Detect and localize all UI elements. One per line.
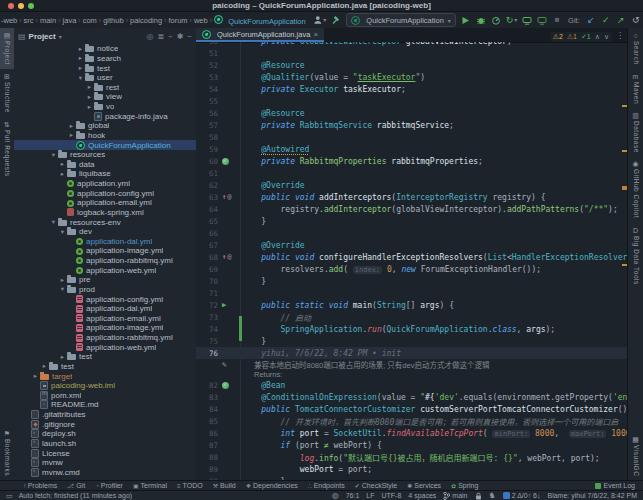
coverage-button[interactable]: ↻▾ [506,14,517,26]
breadcrumb-item[interactable]: src [23,16,35,25]
tree-item[interactable]: application-email.yml [14,198,196,208]
code-line[interactable]: 51 [196,47,628,59]
tree-item[interactable]: launch.sh [14,439,196,449]
code-line[interactable]: 87 if (port ≠ webPort) { [196,439,628,451]
tree-chevron-icon[interactable]: ▸ [40,362,49,370]
commit-button[interactable]: ✓ [601,14,611,26]
code-text[interactable]: if (port ≠ webPort) { [242,441,382,450]
tab-options-icon[interactable]: ⋮ [612,28,628,42]
inspection-widget[interactable]: ⚠2 ⚠1 ✓1 ∧ ∨ [550,32,612,42]
code-line[interactable]: 65 } [196,215,628,227]
code-text[interactable]: private GlobalViewInterceptor globalView… [242,42,512,46]
code-text[interactable]: Returns: [242,370,282,379]
code-text[interactable]: @Bean [242,381,285,390]
tool-window-button-todo[interactable]: ≡TODO [177,482,203,489]
line-number[interactable]: 59 [196,145,220,154]
code-text[interactable]: } [242,277,266,286]
line-number[interactable]: 73 [196,313,220,322]
tree-item[interactable]: mvnw.cmd [14,468,196,478]
code-text[interactable]: log.info("默认端口号{}被占用，随机启用新端口号: {}", webP… [242,452,600,463]
line-number[interactable]: 65 [196,217,220,226]
code-text[interactable]: public static void main(String[] args) { [242,301,454,310]
tree-item[interactable]: ▸test [14,362,196,372]
code-text[interactable]: @Autowired [242,145,309,154]
breadcrumb-item[interactable]: main [39,16,57,25]
tree-item[interactable]: ▾resources-env [14,217,196,227]
build-hammer-button[interactable] [331,14,341,26]
tree-item[interactable]: ▾prod [14,285,196,295]
stop-button[interactable]: ■ [552,14,562,26]
profiler-button[interactable] [491,14,501,26]
tree-item[interactable]: QuickForumApplication [14,140,196,150]
tree-chevron-icon[interactable]: ▸ [76,64,85,72]
line-number[interactable]: 64 [196,205,220,214]
code-line[interactable]: 58 [196,131,628,143]
tree-item[interactable]: application-dal.yml [14,237,196,247]
tree-chevron-icon[interactable]: ▸ [76,54,85,62]
code-line[interactable]: 86 int port = SocketUtil.findAvailableTc… [196,427,628,439]
push-button[interactable]: ↗ [616,14,626,26]
code-line[interactable]: 59 @Autowired [196,143,628,155]
tree-item[interactable]: package-info.java [14,111,196,121]
stripe-item-bookmarks[interactable]: ⚑Bookmarks [0,426,14,480]
run-configuration-select[interactable]: QuickForumApplication▾ [346,13,456,27]
tree-chevron-icon[interactable]: ▾ [58,285,67,293]
line-number[interactable]: 54 [196,85,220,94]
code-line[interactable]: 88 log.info("默认端口号{}被占用，随机启用新端口号: {}", w… [196,451,628,463]
user-dropdown[interactable]: ▾ [313,14,327,26]
breadcrumb-item[interactable]: java [62,16,78,25]
line-number[interactable]: 67 [196,241,220,250]
code-line[interactable]: 55 [196,95,628,107]
expand-settings-icon[interactable]: ÷ [168,32,172,41]
code-line[interactable]: 52 @Resource [196,59,628,71]
code-text[interactable]: private RabbitmqService rabbitmqService; [242,121,454,130]
tree-item[interactable]: application-config.yml [14,294,196,304]
line-number[interactable]: 62 [196,181,220,190]
tree-chevron-icon[interactable]: ▾ [49,218,58,226]
tree-item[interactable]: ▾resources [14,150,196,160]
tree-item[interactable]: ▾dev [14,227,196,237]
code-text[interactable]: @Resource [242,61,305,70]
code-text[interactable]: // 开发环境时，首先判断8080端口是否可用；若可用则直接使用，否则选择一个可… [242,416,618,427]
tree-item[interactable]: ▸data [14,160,196,170]
code-line[interactable]: 62 @Override [196,179,628,191]
line-number[interactable]: 87 [196,441,220,450]
history-button[interactable]: ↺ [631,14,641,26]
code-text[interactable]: private Executor taskExecutor; [242,85,406,94]
gutter-bean-icon[interactable] [220,382,242,389]
status-caret-position[interactable]: 76:1 [346,492,360,499]
tree-item[interactable]: ▸test [14,63,196,73]
tree-item[interactable]: ▸pre [14,275,196,285]
tool-window-button-build[interactable]: ⚒Build [213,482,236,489]
code-line[interactable]: 61 [196,167,628,179]
tool-window-button-dependencies[interactable]: ❖Dependencies [246,482,298,489]
line-number[interactable]: 61 [196,169,220,178]
code-text[interactable]: public void configureHandlerExceptionRes… [242,253,627,262]
code-text[interactable]: 兼容本地启动时8080端口被占用的场景; 只有dev启动方式才做这个逻辑 [242,359,489,370]
code-text[interactable]: @Override [242,241,305,250]
tree-item[interactable]: .gitattributes [14,410,196,420]
code-text[interactable]: @Resource [242,109,305,118]
tree-item[interactable]: application-email.yml [14,314,196,324]
stripe-item-pull-requests[interactable]: ⇅Pull Requests [0,117,14,181]
line-number[interactable]: 56 [196,109,220,118]
breadcrumb-item[interactable]: web [193,16,209,25]
locate-icon[interactable]: ◎ [147,32,154,41]
code-line[interactable]: 56 @Resource [196,107,628,119]
status-sync[interactable]: 2 Δ/0↑ 6↓ [503,492,541,499]
code-line[interactable]: 66 [196,227,628,239]
code-text[interactable]: private RabbitmqProperties rabbitmqPrope… [242,157,483,166]
gutter-pencil-icon[interactable]: ✎ [220,360,242,369]
code-line[interactable]: 72▶ public static void main(String[] arg… [196,299,628,311]
stripe-item-maven[interactable]: mMaven [628,69,643,108]
line-number[interactable]: 86 [196,429,220,438]
tree-item[interactable]: application-rabbitmq.yml [14,256,196,266]
line-number[interactable]: 76 [196,349,220,358]
code-line[interactable]: 83 @ConditionalOnExpression(value = "#{'… [196,391,628,403]
tree-item[interactable]: application-web.yml [14,342,196,352]
prev-issue-icon[interactable]: ∧ [595,33,600,41]
close-tab-icon[interactable]: × [313,30,318,39]
gutter-ovr-icon[interactable]: ↑@ [220,253,242,261]
code-text[interactable]: int port = SocketUtil.findAvailableTcpPo… [242,429,628,438]
tree-chevron-icon[interactable]: ▸ [67,131,76,139]
